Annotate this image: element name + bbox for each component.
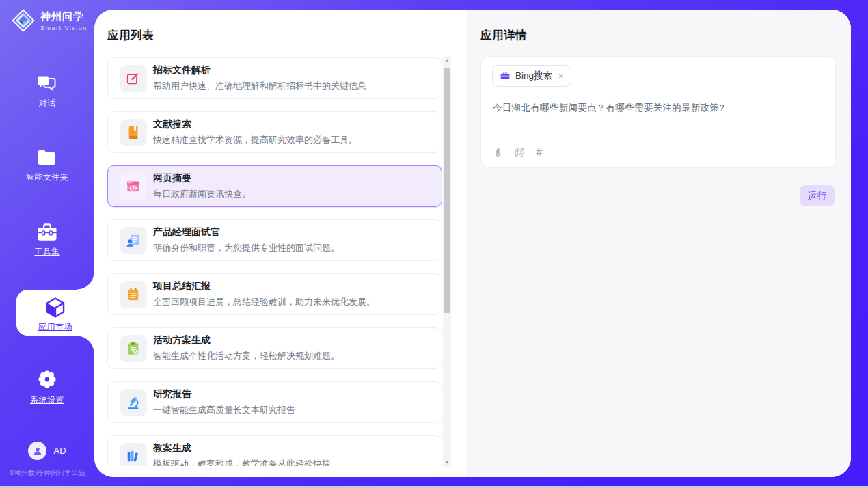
mention-icon[interactable]: @ <box>514 146 525 159</box>
app-icon-box <box>120 389 147 416</box>
app-icon-box <box>120 443 147 467</box>
app-detail-title: 应用详情 <box>480 28 527 43</box>
topic-icon[interactable]: # <box>536 146 542 159</box>
sidebar-item-label: 工具集 <box>0 246 94 258</box>
user-profile[interactable]: AD <box>0 442 94 460</box>
app-card-title: 项目总结汇报 <box>153 280 375 293</box>
app-card-project-summary[interactable]: 项目总结汇报 全面回顾项目进展，总结经验教训，助力未来优化发展。 <box>107 273 442 315</box>
app-card-title: 教案生成 <box>153 442 331 455</box>
app-list-panel: 应用列表 招标文件解析 帮助用户快速、准确地理解和解析招标书中的关键信息 <box>94 10 467 477</box>
prompt-card: Bing搜索 × 今日湖北有哪些新闻要点？有哪些需要关注的最新政策? @ # <box>480 56 836 168</box>
app-card-pm-interviewer[interactable]: 产品经理面试官 明确身份和职责，为您提供专业性的面试问题。 <box>107 219 442 261</box>
app-list-title: 应用列表 <box>107 28 154 43</box>
main-content: 应用列表 招标文件解析 帮助用户快速、准确地理解和解析招标书中的关键信息 <box>94 10 851 477</box>
sidebar-item-label: 系统设置 <box>0 394 94 406</box>
app-icon-box <box>120 119 147 146</box>
logo-gem-icon <box>11 8 36 33</box>
app-icon-box <box>120 227 147 254</box>
app-card-desc: 模板驱动，教案秒成，教学准备从此轻松快捷 <box>153 458 331 466</box>
tab-corner-bottom <box>77 336 94 353</box>
app-icon-box <box>120 335 147 362</box>
scrollbar[interactable]: ▲ ▼ <box>443 56 451 467</box>
close-icon[interactable]: × <box>558 71 564 81</box>
project-summary-icon <box>126 287 141 302</box>
logo-subtitle: Smart Vision <box>40 25 87 31</box>
gear-icon <box>37 369 57 390</box>
app-card-title: 产品经理面试官 <box>153 226 340 239</box>
chat-icon <box>37 74 57 93</box>
app-card-literature-search[interactable]: 文献搜索 快速精准查找学术资源，提高研究效率的必备工具。 <box>107 111 442 153</box>
sidebar-footer: ©神州数码·神州问学出品 <box>0 468 94 478</box>
app-frame: 神州问学 Smart Vision 对话 智能文件夹 <box>0 0 868 486</box>
app-card-webpage-summary[interactable]: 网页摘要 每日政府新闻资讯快查。 <box>107 165 442 207</box>
avatar <box>28 442 46 460</box>
sidebar: 神州问学 Smart Vision 对话 智能文件夹 <box>0 0 94 486</box>
activity-plan-icon <box>126 341 141 356</box>
sidebar-item-app-market[interactable]: 应用市场 <box>16 290 94 336</box>
app-card-activity-plan[interactable]: 活动方案生成 智能生成个性化活动方案，轻松解决规划难题。 <box>107 327 442 369</box>
app-card-list: 招标文件解析 帮助用户快速、准确地理解和解析招标书中的关键信息 文献搜索 <box>107 57 442 466</box>
paperclip-icon[interactable] <box>493 147 503 159</box>
sidebar-item-smart-folder[interactable]: 智能文件夹 <box>0 149 94 183</box>
app-card-desc: 一键智能生成高质量长文本研究报告 <box>153 404 295 416</box>
app-card-title: 网页摘要 <box>153 172 251 185</box>
app-card-bid-parse[interactable]: 招标文件解析 帮助用户快速、准确地理解和解析招标书中的关键信息 <box>107 57 442 99</box>
prompt-text[interactable]: 今日湖北有哪些新闻要点？有哪些需要关注的最新政策? <box>493 102 824 114</box>
app-card-desc: 智能生成个性化活动方案，轻松解决规划难题。 <box>153 350 340 362</box>
person-icon <box>32 446 43 457</box>
literature-book-icon <box>126 125 141 140</box>
briefcase-icon <box>500 70 511 81</box>
user-name: AD <box>53 446 66 456</box>
app-card-title: 活动方案生成 <box>153 334 340 347</box>
prompt-toolbar: @ # <box>493 146 542 159</box>
app-card-desc: 快速精准查找学术资源，提高研究效率的必备工具。 <box>153 134 357 146</box>
tab-corner-top <box>77 272 94 290</box>
app-card-title: 研究报告 <box>153 388 295 401</box>
bid-edit-icon <box>126 71 141 86</box>
app-card-title: 文献搜索 <box>153 118 357 131</box>
interview-icon <box>126 233 141 248</box>
sidebar-item-chat[interactable]: 对话 <box>0 74 94 109</box>
app-icon-box <box>120 65 147 92</box>
sidebar-item-settings[interactable]: 系统设置 <box>0 369 94 406</box>
app-card-desc: 全面回顾项目进展，总结经验教训，助力未来优化发展。 <box>153 296 375 308</box>
sidebar-item-label: 应用市场 <box>16 321 94 333</box>
lesson-books-icon <box>126 449 141 464</box>
sidebar-item-label: 智能文件夹 <box>0 172 94 183</box>
toolbox-icon <box>37 223 57 241</box>
app-card-desc: 每日政府新闻资讯快查。 <box>153 188 251 200</box>
app-card-research-report[interactable]: 研究报告 一键智能生成高质量长文本研究报告 <box>107 381 442 423</box>
run-button[interactable]: 运行 <box>800 185 835 206</box>
app-card-desc: 明确身份和职责，为您提供专业性的面试问题。 <box>153 242 340 254</box>
app-icon-box <box>120 173 147 200</box>
cube-icon <box>44 296 67 319</box>
tool-tag-label: Bing搜索 <box>515 70 552 82</box>
app-card-lesson-plan[interactable]: 教案生成 模板驱动，教案秒成，教学准备从此轻松快捷 <box>107 435 442 466</box>
app-card-title: 招标文件解析 <box>153 64 366 77</box>
scrollbar-thumb[interactable] <box>444 68 450 313</box>
app-icon-box <box>120 281 147 308</box>
sidebar-item-toolbox[interactable]: 工具集 <box>0 223 94 258</box>
sidebar-item-label: 对话 <box>0 98 94 109</box>
scroll-down-icon[interactable]: ▼ <box>443 458 451 467</box>
folder-icon <box>37 149 57 167</box>
logo-title: 神州问学 <box>40 10 87 23</box>
app-detail-panel: 应用详情 Bing搜索 × 今日湖北有哪些新闻要点？有哪些需要关注的最新政策? <box>467 10 851 477</box>
webpage-icon <box>126 179 141 194</box>
logo: 神州问学 Smart Vision <box>11 8 87 33</box>
tool-tag-bing-search[interactable]: Bing搜索 × <box>492 65 571 87</box>
app-card-desc: 帮助用户快速、准确地理解和解析招标书中的关键信息 <box>153 80 366 92</box>
scroll-up-icon[interactable]: ▲ <box>443 56 451 66</box>
research-report-icon <box>126 395 141 410</box>
